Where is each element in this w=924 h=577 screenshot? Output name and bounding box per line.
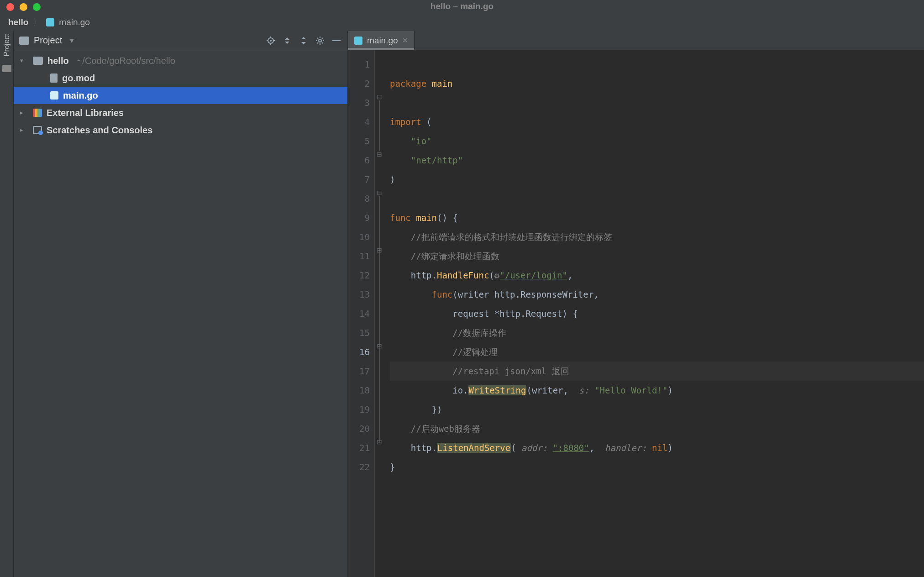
hide-panel-icon[interactable] <box>330 34 343 47</box>
tree-scratches[interactable]: ▸ Scratches and Consoles <box>14 121 347 139</box>
editor-tab-maingo[interactable]: main.go × <box>348 31 415 50</box>
line-number[interactable]: 4 <box>348 112 370 131</box>
fold-toggle-icon[interactable]: ⊟ <box>377 247 383 253</box>
tree-root-folder[interactable]: ▾ hello ~/Code/goRoot/src/hello <box>14 52 347 69</box>
fold-toggle-icon[interactable]: ⊟ <box>377 189 383 195</box>
fold-toggle-icon[interactable]: ⊟ <box>377 438 383 445</box>
maximize-window-button[interactable] <box>33 3 41 11</box>
project-toolwindow-button[interactable]: Project <box>3 34 11 57</box>
fold-toggle-icon[interactable]: ⊟ <box>377 93 383 100</box>
tree-item-label: External Libraries <box>47 104 124 121</box>
breadcrumb: hello 〉 main.go <box>0 14 924 31</box>
line-number[interactable]: 2 <box>348 74 370 93</box>
library-icon <box>33 109 42 117</box>
line-number[interactable]: 12 <box>348 266 370 285</box>
structure-toolwindow-icon[interactable] <box>2 65 11 72</box>
tree-item-label: hello <box>47 52 69 69</box>
expand-all-icon[interactable] <box>281 34 294 47</box>
breadcrumb-root[interactable]: hello <box>8 17 28 27</box>
line-number[interactable]: 10 <box>348 227 370 247</box>
left-tool-strip: Project <box>0 31 14 577</box>
line-number[interactable]: 5 <box>348 131 370 151</box>
fold-toggle-icon[interactable]: ⊟ <box>377 342 383 349</box>
line-number[interactable]: 16 <box>348 342 370 362</box>
line-gutter[interactable]: 1 2 3 4 5 6 7 8▶ 9 10 11 12 13 14 15 16 … <box>348 50 374 577</box>
titlebar: hello – main.go <box>0 0 924 14</box>
gear-icon[interactable] <box>314 34 326 47</box>
tab-label: main.go <box>367 36 398 46</box>
line-number[interactable]: 7 <box>348 170 370 189</box>
code-content[interactable]: package main import ( "io" "net/http" ) … <box>388 50 924 577</box>
gopher-icon <box>354 37 362 45</box>
gopher-icon <box>46 18 54 26</box>
line-number[interactable]: 9 <box>348 208 370 227</box>
minimize-window-button[interactable] <box>20 3 27 11</box>
tree-item-label: main.go <box>63 87 98 104</box>
project-tree[interactable]: ▾ hello ~/Code/goRoot/src/hello go.mod m… <box>14 50 347 577</box>
folder-icon <box>33 57 43 65</box>
tree-external-libraries[interactable]: ▸ External Libraries <box>14 104 347 121</box>
line-number[interactable]: 11 <box>348 247 370 266</box>
gopher-icon <box>50 91 58 100</box>
fold-line <box>379 100 380 151</box>
scratches-icon <box>33 126 42 134</box>
svg-rect-3 <box>332 40 341 41</box>
window-title: hello – main.go <box>430 1 493 11</box>
line-number[interactable]: 15 <box>348 323 370 342</box>
line-number[interactable]: 22 <box>348 457 370 477</box>
locate-icon[interactable] <box>264 34 277 47</box>
line-number[interactable]: 14 <box>348 304 370 323</box>
line-number[interactable]: 6 <box>348 151 370 170</box>
file-icon <box>50 73 58 83</box>
breadcrumb-file[interactable]: main.go <box>59 17 90 27</box>
svg-point-1 <box>270 40 272 42</box>
tree-item-label: Scratches and Consoles <box>47 121 152 139</box>
editor-tabs: main.go × <box>348 31 924 50</box>
line-number[interactable]: 18 <box>348 381 370 400</box>
line-number[interactable]: 3 <box>348 93 370 112</box>
close-tab-icon[interactable]: × <box>403 35 408 46</box>
chevron-down-icon[interactable]: ▾ <box>20 52 28 69</box>
line-number[interactable]: 21 <box>348 438 370 457</box>
tree-item-label: go.mod <box>62 69 95 87</box>
line-number[interactable]: 19 <box>348 400 370 419</box>
line-number[interactable]: 8▶ <box>348 189 370 208</box>
tree-file-gomod[interactable]: go.mod <box>14 69 347 87</box>
chevron-right-icon[interactable]: ▸ <box>20 121 28 139</box>
line-number[interactable]: 13 <box>348 285 370 304</box>
editor-area: main.go × 1 2 3 4 5 6 7 8▶ 9 10 11 12 13… <box>348 31 924 577</box>
fold-line <box>379 196 380 443</box>
code-editor[interactable]: 1 2 3 4 5 6 7 8▶ 9 10 11 12 13 14 15 16 … <box>348 50 924 577</box>
chevron-down-icon[interactable]: ▼ <box>68 37 75 44</box>
project-panel: Project ▼ ▾ hello ~/Code/goRoot/src/hell… <box>14 31 348 577</box>
line-number[interactable]: 1 <box>348 55 370 74</box>
close-window-button[interactable] <box>6 3 14 11</box>
project-panel-header: Project ▼ <box>14 31 347 50</box>
tree-item-path: ~/Code/goRoot/src/hello <box>77 52 175 69</box>
project-view-icon <box>19 37 29 45</box>
collapse-all-icon[interactable] <box>297 34 310 47</box>
project-panel-title[interactable]: Project <box>34 35 62 46</box>
fold-column[interactable]: ⊟ ⊟ ⊟ ⊟ ⊟ ⊟ <box>374 50 388 577</box>
line-number[interactable]: 17 <box>348 362 370 381</box>
tree-file-maingo[interactable]: main.go <box>14 87 347 104</box>
svg-point-2 <box>319 39 321 42</box>
line-number[interactable]: 20 <box>348 419 370 438</box>
fold-toggle-icon[interactable]: ⊟ <box>377 151 383 157</box>
breadcrumb-separator: 〉 <box>33 16 42 28</box>
chevron-right-icon[interactable]: ▸ <box>20 104 28 121</box>
